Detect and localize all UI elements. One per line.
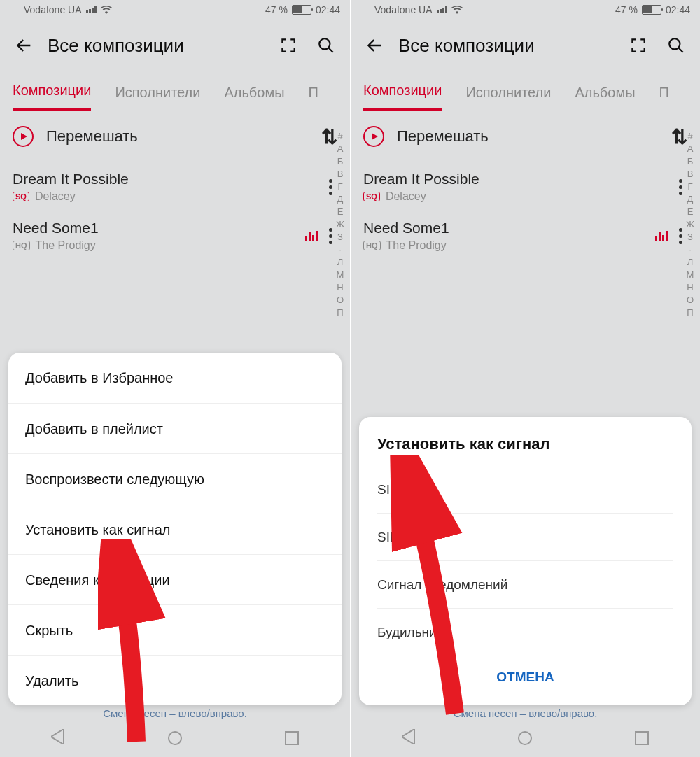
shuffle-row[interactable]: Перемешать ⇅ bbox=[351, 111, 700, 162]
tab-albums[interactable]: Альбомы bbox=[224, 79, 284, 111]
quality-badge: HQ bbox=[363, 241, 381, 250]
alpha-letter[interactable]: П bbox=[330, 306, 350, 319]
tab-more[interactable]: П bbox=[309, 79, 318, 111]
signal-icon bbox=[86, 6, 97, 13]
quality-badge: SQ bbox=[363, 192, 380, 201]
menu-play-next[interactable]: Воспроизвести следующую bbox=[8, 453, 342, 504]
alpha-letter[interactable]: О bbox=[680, 294, 700, 306]
clock: 02:44 bbox=[666, 4, 690, 15]
screenshot-left: Vodafone UA 47 % 02:44 Все композиции Ко… bbox=[0, 0, 350, 757]
menu-delete[interactable]: Удалить bbox=[8, 655, 342, 705]
now-playing-icon bbox=[655, 231, 668, 241]
search-button[interactable] bbox=[312, 31, 340, 59]
menu-add-favorite[interactable]: Добавить в Избранное bbox=[8, 353, 342, 403]
tab-songs[interactable]: Композиции bbox=[363, 77, 442, 111]
alpha-letter[interactable]: Г bbox=[330, 181, 350, 193]
carrier-label: Vodafone UA bbox=[24, 4, 82, 15]
song-artist: The Prodigy bbox=[386, 239, 447, 252]
quality-badge: SQ bbox=[13, 192, 29, 201]
alpha-letter[interactable]: · bbox=[330, 243, 350, 256]
nav-back[interactable] bbox=[51, 729, 65, 747]
alpha-letter[interactable]: В bbox=[330, 168, 350, 181]
alpha-letter[interactable]: М bbox=[680, 269, 700, 281]
tab-artists[interactable]: Исполнители bbox=[465, 79, 551, 111]
alpha-letter[interactable]: О bbox=[330, 294, 350, 306]
alpha-letter[interactable]: Г bbox=[680, 181, 700, 193]
search-button[interactable] bbox=[662, 31, 690, 59]
alpha-letter[interactable]: · bbox=[680, 243, 700, 256]
alpha-letter[interactable]: П bbox=[680, 306, 700, 319]
alpha-letter[interactable]: # bbox=[330, 130, 350, 143]
tab-albums[interactable]: Альбомы bbox=[575, 79, 635, 111]
alpha-letter[interactable]: Б bbox=[330, 155, 350, 168]
alpha-letter[interactable]: Л bbox=[330, 256, 350, 269]
tab-more[interactable]: П bbox=[659, 79, 669, 111]
option-sim2[interactable]: SIM 2 bbox=[377, 514, 673, 561]
alpha-index[interactable]: #АБВГДЕЖЗ·ЛМНОП bbox=[330, 130, 350, 319]
scan-button[interactable] bbox=[274, 31, 302, 59]
scan-button[interactable] bbox=[624, 31, 652, 59]
song-row[interactable]: Need Some1 HQ The Prodigy bbox=[351, 211, 700, 260]
page-title: Все композиции bbox=[48, 35, 265, 57]
alpha-letter[interactable]: В bbox=[680, 168, 700, 181]
svg-line-1 bbox=[328, 48, 333, 52]
shuffle-row[interactable]: Перемешать ⇅ bbox=[0, 111, 350, 162]
song-row[interactable]: Dream It Possible SQ Delacey bbox=[351, 162, 700, 211]
back-button[interactable] bbox=[360, 31, 388, 59]
nav-recent[interactable] bbox=[285, 731, 299, 745]
alpha-letter[interactable]: З bbox=[680, 231, 700, 243]
alpha-letter[interactable]: Б bbox=[680, 155, 700, 168]
alpha-letter[interactable]: Л bbox=[680, 256, 700, 269]
alpha-letter[interactable]: Д bbox=[330, 193, 350, 206]
wifi-icon bbox=[101, 6, 112, 14]
alpha-letter[interactable]: Н bbox=[330, 281, 350, 294]
status-bar: Vodafone UA 47 % 02:44 bbox=[351, 0, 700, 20]
menu-set-ringtone[interactable]: Установить как сигнал bbox=[8, 504, 342, 554]
cancel-button[interactable]: ОТМЕНА bbox=[377, 656, 673, 698]
swipe-hint: Смена песен – влево/вправо. bbox=[0, 707, 350, 719]
signal-icon bbox=[437, 6, 447, 13]
alpha-letter[interactable]: Е bbox=[680, 206, 700, 218]
tabs: Композиции Исполнители Альбомы П bbox=[0, 71, 350, 111]
song-row[interactable]: Need Some1 HQ The Prodigy bbox=[0, 211, 350, 260]
nav-back[interactable] bbox=[402, 729, 416, 747]
tab-artists[interactable]: Исполнители bbox=[115, 79, 200, 111]
song-row[interactable]: Dream It Possible SQ Delacey bbox=[0, 162, 350, 211]
nav-recent[interactable] bbox=[635, 731, 649, 745]
nav-home[interactable] bbox=[168, 731, 182, 745]
search-icon bbox=[317, 36, 335, 55]
menu-hide[interactable]: Скрыть bbox=[8, 604, 342, 655]
top-bar: Все композиции bbox=[0, 20, 350, 71]
alpha-letter[interactable]: Е bbox=[330, 206, 350, 218]
option-notification[interactable]: Сигнал уведомлений bbox=[377, 561, 673, 609]
dialog-title: Установить как сигнал bbox=[377, 435, 673, 453]
alpha-letter[interactable]: # bbox=[680, 130, 700, 143]
play-icon bbox=[363, 126, 384, 147]
ringtone-dialog: Установить как сигнал SIM 1 SIM 2 Сигнал… bbox=[359, 417, 692, 705]
now-playing-icon bbox=[305, 231, 318, 241]
battery-icon bbox=[292, 5, 312, 15]
menu-add-playlist[interactable]: Добавить в плейлист bbox=[8, 403, 342, 453]
status-bar: Vodafone UA 47 % 02:44 bbox=[0, 0, 350, 20]
swipe-hint: Смена песен – влево/вправо. bbox=[351, 707, 700, 719]
alpha-letter[interactable]: Н bbox=[680, 281, 700, 294]
alpha-letter[interactable]: А bbox=[680, 143, 700, 155]
song-title: Dream It Possible bbox=[363, 171, 673, 188]
alpha-letter[interactable]: З bbox=[330, 231, 350, 243]
scan-icon bbox=[629, 36, 648, 55]
alpha-letter[interactable]: Ж bbox=[680, 218, 700, 231]
song-artist: The Prodigy bbox=[36, 239, 96, 252]
alpha-index[interactable]: #АБВГДЕЖЗ·ЛМНОП bbox=[680, 130, 700, 319]
menu-song-info[interactable]: Сведения композиции bbox=[8, 554, 342, 604]
option-alarm[interactable]: Будильник bbox=[377, 609, 673, 656]
nav-home[interactable] bbox=[518, 731, 532, 745]
alpha-letter[interactable]: А bbox=[330, 143, 350, 155]
song-title: Need Some1 bbox=[363, 220, 655, 236]
alpha-letter[interactable]: Ж bbox=[330, 218, 350, 231]
alpha-letter[interactable]: М bbox=[330, 269, 350, 281]
back-button[interactable] bbox=[10, 31, 38, 59]
tab-songs[interactable]: Композиции bbox=[13, 77, 91, 111]
option-sim1[interactable]: SIM 1 bbox=[377, 466, 673, 514]
song-title: Dream It Possible bbox=[13, 171, 323, 188]
alpha-letter[interactable]: Д bbox=[680, 193, 700, 206]
